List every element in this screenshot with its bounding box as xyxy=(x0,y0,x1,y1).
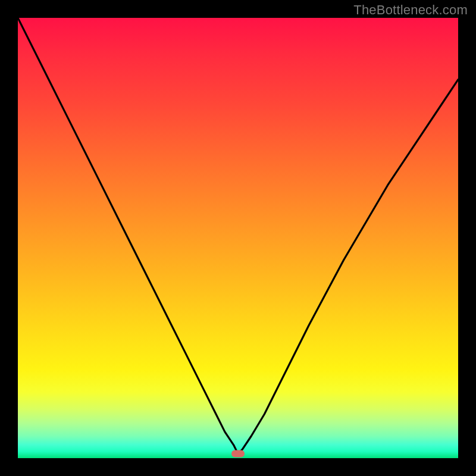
chart-frame: TheBottleneck.com xyxy=(0,0,476,476)
bottleneck-curve xyxy=(18,18,458,454)
curve-layer xyxy=(18,18,458,458)
optimal-point-marker xyxy=(231,450,245,458)
watermark-text: TheBottleneck.com xyxy=(353,2,468,18)
plot-area xyxy=(18,18,458,458)
